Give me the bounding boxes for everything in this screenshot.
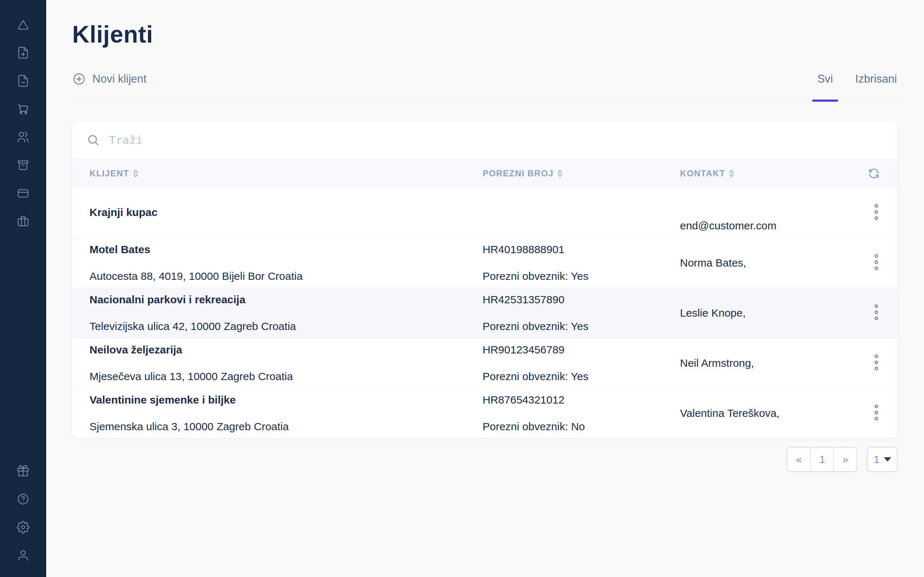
tax-status: Porezni obveznik: Yes — [483, 268, 680, 284]
sidebar-item-company[interactable] — [16, 215, 30, 228]
file-minus-icon — [16, 74, 30, 87]
page-title: Klijenti — [72, 21, 898, 48]
gift-icon — [16, 464, 30, 477]
kebab-icon — [874, 404, 879, 421]
sidebar-item-archive[interactable] — [16, 159, 30, 172]
contact-name: Valentina Tereškova, — [680, 405, 852, 421]
contact-cell: Norma Bates, — [680, 238, 852, 288]
column-header-porezni-broj[interactable]: POREZNI BROJ — [483, 168, 680, 179]
credit-card-icon — [16, 187, 30, 200]
table-header: KLIJENT POREZNI BROJ KONTAKT — [72, 160, 898, 187]
new-client-label: Novi klijent — [92, 71, 147, 87]
tax-cell — [483, 187, 680, 238]
row-actions-cell — [852, 187, 880, 238]
kebab-icon — [874, 354, 879, 371]
tax-number: HR90123456789 — [483, 342, 680, 358]
kebab-icon — [874, 254, 879, 271]
new-client-button[interactable]: Novi klijent — [72, 71, 147, 101]
contact-email-link[interactable]: end@customer.com — [680, 218, 852, 234]
row-actions-cell — [852, 238, 880, 288]
row-actions-cell — [852, 338, 880, 388]
sidebar-item-clients[interactable] — [16, 131, 30, 143]
search-icon — [87, 134, 100, 147]
tax-cell: HR42531357890 Porezni obveznik: Yes — [483, 288, 680, 338]
client-address: Autocesta 88, 4019, 10000 Bijeli Bor Cro… — [89, 268, 483, 284]
tax-number: HR42531357890 — [483, 292, 680, 308]
sidebar-item-new-invoice[interactable] — [16, 46, 30, 59]
column-label: KLIJENT — [89, 168, 129, 179]
client-address: Televizijska ulica 42, 10000 Zagreb Croa… — [89, 318, 483, 334]
client-name-link[interactable]: Neilova željezarija — [89, 342, 483, 358]
sort-icon — [729, 169, 734, 178]
column-header-kontakt[interactable]: KONTAKT — [680, 168, 852, 179]
sidebar-item-help[interactable] — [16, 493, 30, 506]
sidebar-item-logo[interactable] — [16, 18, 30, 31]
table-row: Nacionalni parkovi i rekreacija Televizi… — [72, 288, 898, 338]
contact-name: Leslie Knope, — [680, 305, 852, 321]
sidebar-item-whats-new[interactable] — [16, 464, 30, 477]
contact-name: Neil Armstrong, — [680, 355, 852, 371]
table-row: Motel Bates Autocesta 88, 4019, 10000 Bi… — [72, 238, 898, 288]
tax-number: HR40198888901 — [483, 242, 680, 258]
column-label: POREZNI BROJ — [483, 168, 554, 179]
main-content: Klijenti Novi klijent Svi Izbrisani KLIJ… — [46, 0, 924, 577]
kebab-menu-button[interactable] — [872, 353, 880, 373]
current-page-button[interactable]: 1 — [810, 448, 834, 471]
toolbar: Novi klijent Svi Izbrisani — [72, 71, 898, 101]
help-circle-icon — [16, 493, 30, 506]
sidebar-item-payments[interactable] — [16, 187, 30, 200]
users-icon — [16, 131, 30, 143]
contact-cell: Neil Armstrong, — [680, 338, 852, 388]
tax-status: Porezni obveznik: No — [483, 419, 680, 435]
sidebar-item-profile[interactable] — [16, 549, 30, 562]
table-row: Valentinine sjemenke i biljke Sjemenska … — [72, 388, 898, 438]
prev-page-button[interactable]: « — [787, 448, 810, 471]
search-input[interactable] — [109, 134, 883, 147]
shopping-cart-icon — [16, 102, 30, 115]
gear-icon — [16, 521, 30, 534]
column-label: KONTAKT — [680, 168, 725, 179]
kebab-menu-button[interactable] — [872, 403, 880, 423]
client-name-link[interactable]: Motel Bates — [89, 242, 483, 258]
contact-cell: end@customer.com — [680, 187, 852, 238]
kebab-menu-button[interactable] — [872, 303, 880, 323]
archive-icon — [16, 159, 30, 172]
sidebar-item-settings[interactable] — [16, 521, 30, 534]
triangle-logo-icon — [16, 18, 30, 31]
file-plus-icon — [16, 46, 30, 59]
kebab-menu-button[interactable] — [872, 202, 880, 223]
sidebar-item-invoices[interactable] — [16, 74, 30, 87]
table-header-actions — [852, 167, 880, 180]
tab-svi[interactable]: Svi — [816, 71, 834, 101]
column-header-klijent[interactable]: KLIJENT — [89, 168, 483, 179]
sort-icon — [133, 169, 138, 178]
sidebar-item-quotes[interactable] — [16, 102, 30, 115]
briefcase-icon — [16, 215, 30, 228]
client-cell: Valentinine sjemenke i biljke Sjemenska … — [89, 388, 483, 438]
client-address: Mjesečeva ulica 13, 10000 Zagreb Croatia — [89, 369, 483, 384]
refresh-icon — [867, 167, 880, 180]
client-cell: Nacionalni parkovi i rekreacija Televizi… — [89, 288, 483, 338]
pager-group: « 1 » — [787, 447, 857, 472]
sidebar — [0, 0, 46, 577]
tabs: Svi Izbrisani — [816, 71, 898, 101]
refresh-button[interactable] — [867, 167, 880, 180]
app: Klijenti Novi klijent Svi Izbrisani KLIJ… — [0, 0, 924, 577]
tab-izbrisani[interactable]: Izbrisani — [855, 71, 898, 101]
contact-cell: Valentina Tereškova, — [680, 388, 852, 438]
page-size-select[interactable]: 1 — [867, 447, 898, 472]
tax-status: Porezni obveznik: Yes — [483, 318, 680, 334]
sort-icon — [557, 169, 563, 178]
next-page-button[interactable]: » — [834, 448, 856, 471]
search-row — [72, 121, 898, 160]
tax-cell: HR40198888901 Porezni obveznik: Yes — [483, 238, 680, 288]
tax-number: HR87654321012 — [483, 392, 680, 408]
client-name-link[interactable]: Nacionalni parkovi i rekreacija — [89, 292, 483, 308]
client-name-link[interactable]: Valentinine sjemenke i biljke — [89, 392, 483, 408]
kebab-menu-button[interactable] — [872, 253, 880, 273]
pagination: « 1 » 1 — [72, 447, 898, 472]
client-name-link[interactable]: Krajnji kupac — [89, 205, 483, 220]
contact-name — [680, 191, 852, 207]
contact-cell: Leslie Knope, — [680, 288, 852, 338]
client-cell: Motel Bates Autocesta 88, 4019, 10000 Bi… — [89, 238, 483, 288]
